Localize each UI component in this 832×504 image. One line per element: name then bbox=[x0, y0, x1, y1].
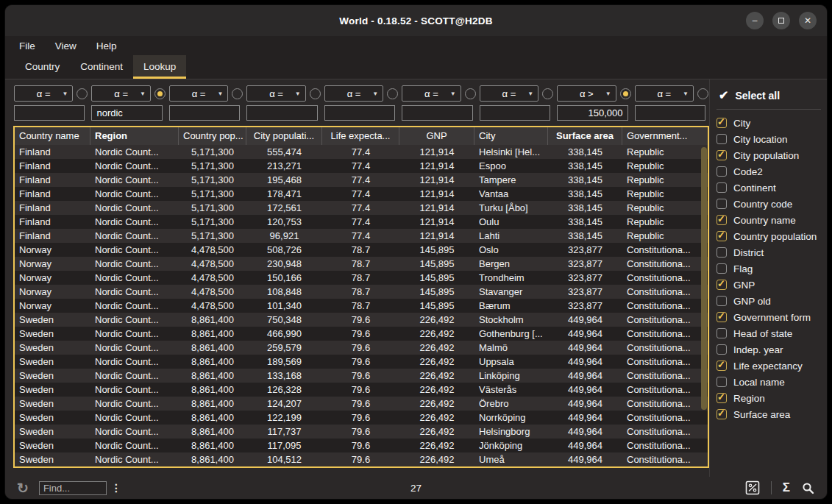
column-toggle-item[interactable]: GNP old bbox=[717, 293, 824, 309]
checkbox-unchecked-icon[interactable] bbox=[717, 296, 727, 306]
filter-active-radio[interactable] bbox=[154, 88, 166, 99]
table-row[interactable]: SwedenNordic Count...8,861,400104,51279.… bbox=[15, 452, 708, 466]
column-toggle-item[interactable]: Region bbox=[717, 390, 824, 406]
checkbox-unchecked-icon[interactable] bbox=[717, 182, 727, 193]
checkbox-checked-icon[interactable] bbox=[717, 409, 727, 419]
column-toggle-item[interactable]: City bbox=[717, 115, 824, 131]
column-toggle-item[interactable]: Code2 bbox=[717, 163, 824, 180]
chart-percent-icon[interactable] bbox=[745, 480, 760, 495]
checkbox-unchecked-icon[interactable] bbox=[717, 247, 727, 258]
table-row[interactable]: NorwayNordic Count...4,478,500230,94878.… bbox=[15, 257, 708, 271]
column-header[interactable]: Life expecta... bbox=[322, 127, 399, 145]
column-toggle-item[interactable]: Life expectancy bbox=[717, 358, 824, 374]
filter-operator-dropdown[interactable]: α =▼ bbox=[324, 85, 383, 102]
filter-value-input[interactable] bbox=[557, 105, 627, 121]
vertical-scrollbar-thumb[interactable] bbox=[701, 147, 707, 410]
table-row[interactable]: SwedenNordic Count...8,861,400126,32879.… bbox=[15, 383, 708, 397]
table-row[interactable]: SwedenNordic Count...8,861,400133,16879.… bbox=[15, 369, 708, 383]
checkbox-unchecked-icon[interactable] bbox=[717, 328, 727, 338]
filter-operator-dropdown[interactable]: α =▼ bbox=[635, 85, 694, 102]
checkbox-checked-icon[interactable] bbox=[717, 150, 727, 160]
checkbox-checked-icon[interactable] bbox=[717, 312, 727, 322]
filter-value-input[interactable] bbox=[91, 105, 162, 121]
tab-continent[interactable]: Continent bbox=[70, 55, 133, 79]
table-row[interactable]: FinlandNordic Count...5,171,300213,27177… bbox=[15, 159, 708, 173]
table-row[interactable]: FinlandNordic Count...5,171,300555,47477… bbox=[15, 145, 708, 159]
column-header[interactable]: City bbox=[474, 127, 548, 145]
table-row[interactable]: NorwayNordic Count...4,478,500101,34078.… bbox=[15, 299, 708, 313]
column-header[interactable]: Country name bbox=[15, 127, 90, 145]
table-row[interactable]: FinlandNordic Count...5,171,300178,47177… bbox=[15, 187, 708, 201]
filter-operator-dropdown[interactable]: α =▼ bbox=[14, 85, 73, 102]
select-all-control[interactable]: ✔ Select all bbox=[717, 86, 824, 109]
filter-active-radio[interactable] bbox=[465, 88, 476, 99]
checkbox-unchecked-icon[interactable] bbox=[717, 377, 727, 387]
column-toggle-item[interactable]: Flag bbox=[717, 260, 824, 277]
column-toggle-item[interactable]: District bbox=[717, 244, 824, 260]
filter-operator-dropdown[interactable]: α =▼ bbox=[91, 85, 150, 102]
refresh-icon[interactable]: ↻ bbox=[17, 481, 29, 495]
table-row[interactable]: NorwayNordic Count...4,478,500108,84878.… bbox=[15, 285, 708, 299]
menu-file[interactable]: File bbox=[19, 40, 35, 52]
filter-operator-dropdown[interactable]: α >▼ bbox=[557, 85, 616, 102]
column-toggle-item[interactable]: Local name bbox=[717, 374, 824, 390]
column-header[interactable]: City populati... bbox=[246, 127, 322, 145]
maximize-button[interactable] bbox=[772, 12, 790, 29]
table-row[interactable]: SwedenNordic Count...8,861,400117,09579.… bbox=[15, 439, 708, 452]
table-row[interactable]: SwedenNordic Count...8,861,400750,34879.… bbox=[15, 313, 708, 327]
menu-view[interactable]: View bbox=[55, 40, 77, 52]
column-toggle-item[interactable]: Country population bbox=[717, 228, 824, 244]
checkbox-unchecked-icon[interactable] bbox=[717, 263, 727, 274]
filter-operator-dropdown[interactable]: α =▼ bbox=[169, 85, 228, 102]
filter-active-radio[interactable] bbox=[232, 88, 243, 99]
checkbox-checked-icon[interactable] bbox=[717, 393, 727, 403]
checkbox-unchecked-icon[interactable] bbox=[717, 199, 727, 209]
table-row[interactable]: SwedenNordic Count...8,861,400124,20779.… bbox=[15, 397, 708, 411]
sum-icon[interactable]: Σ bbox=[783, 480, 790, 495]
checkbox-checked-icon[interactable] bbox=[717, 118, 727, 128]
filter-value-input[interactable] bbox=[635, 105, 705, 121]
column-toggle-item[interactable]: Government form bbox=[717, 309, 824, 325]
filter-operator-dropdown[interactable]: α =▼ bbox=[480, 85, 538, 102]
filter-active-radio[interactable] bbox=[620, 88, 631, 99]
column-toggle-item[interactable]: City location bbox=[717, 131, 824, 147]
checkbox-checked-icon[interactable] bbox=[717, 215, 727, 225]
checkbox-checked-icon[interactable] bbox=[717, 361, 727, 371]
table-row[interactable]: FinlandNordic Count...5,171,300195,46877… bbox=[15, 173, 708, 187]
column-toggle-item[interactable]: Head of state bbox=[717, 325, 824, 341]
column-header[interactable]: Surface area bbox=[548, 127, 622, 145]
column-toggle-item[interactable]: Country code bbox=[717, 196, 824, 212]
menu-help[interactable]: Help bbox=[96, 40, 117, 52]
filter-value-input[interactable] bbox=[324, 105, 395, 121]
table-row[interactable]: NorwayNordic Count...4,478,500508,72678.… bbox=[15, 243, 708, 257]
filter-value-input[interactable] bbox=[169, 105, 240, 121]
column-header[interactable]: Government... bbox=[622, 127, 708, 145]
table-row[interactable]: FinlandNordic Count...5,171,30096,92177.… bbox=[15, 229, 708, 243]
table-row[interactable]: SwedenNordic Count...8,861,400122,19979.… bbox=[15, 411, 708, 425]
filter-active-radio[interactable] bbox=[310, 88, 321, 99]
filter-value-input[interactable] bbox=[246, 105, 317, 121]
column-header[interactable]: Country pop... bbox=[179, 127, 246, 145]
column-header[interactable]: Region bbox=[90, 127, 179, 145]
filter-value-input[interactable] bbox=[402, 105, 472, 121]
minimize-button[interactable]: – bbox=[746, 12, 764, 29]
table-row[interactable]: NorwayNordic Count...4,478,500150,16678.… bbox=[15, 271, 708, 285]
table-row[interactable]: SwedenNordic Count...8,861,400117,73779.… bbox=[15, 425, 708, 439]
more-options-icon[interactable]: ⋮ bbox=[111, 482, 121, 494]
filter-value-input[interactable] bbox=[480, 105, 550, 121]
column-toggle-item[interactable]: GNP bbox=[717, 277, 824, 293]
close-button[interactable]: ✕ bbox=[799, 12, 817, 29]
checkbox-unchecked-icon[interactable] bbox=[717, 344, 727, 355]
column-toggle-item[interactable]: Continent bbox=[717, 180, 824, 196]
search-icon[interactable] bbox=[801, 481, 815, 495]
filter-active-radio[interactable] bbox=[697, 88, 708, 99]
column-toggle-item[interactable]: Indep. year bbox=[717, 341, 824, 358]
column-toggle-item[interactable]: Surface area bbox=[717, 406, 824, 422]
filter-active-radio[interactable] bbox=[387, 88, 398, 99]
checkbox-unchecked-icon[interactable] bbox=[717, 134, 727, 144]
column-header[interactable]: GNP bbox=[399, 127, 474, 145]
checkbox-checked-icon[interactable] bbox=[717, 231, 727, 241]
table-row[interactable]: SwedenNordic Count...8,861,400259,57979.… bbox=[15, 341, 708, 355]
tab-lookup[interactable]: Lookup bbox=[133, 55, 186, 79]
filter-active-radio[interactable] bbox=[77, 88, 88, 99]
